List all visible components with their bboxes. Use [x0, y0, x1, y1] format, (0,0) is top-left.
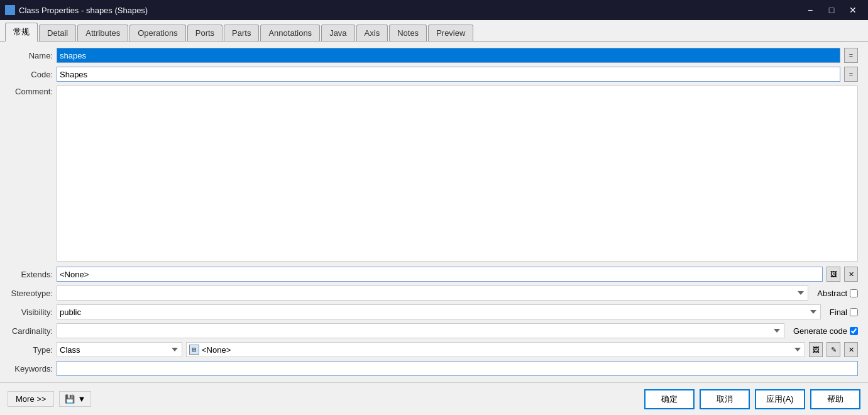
- save-icon: 💾: [65, 394, 75, 404]
- cardinality-label: Cardinality:: [10, 326, 53, 336]
- save-button[interactable]: 💾 ▼: [59, 391, 91, 407]
- tab-axis[interactable]: Axis: [356, 25, 388, 41]
- extends-row: Extends: 🖼 ✕: [10, 267, 858, 282]
- close-button[interactable]: ✕: [843, 0, 863, 20]
- generate-code-checkbox[interactable]: [850, 327, 858, 335]
- content-area: Name: = Code: = Comment: Extends: 🖼 ✕ St…: [0, 42, 868, 382]
- type-select[interactable]: Class Interface Abstract Class: [57, 342, 182, 357]
- more-button[interactable]: More >>: [8, 391, 54, 407]
- generate-code-checkbox-row: Generate code: [793, 326, 858, 336]
- type-btn3[interactable]: ✕: [844, 342, 858, 357]
- keywords-row: Keywords:: [10, 361, 858, 376]
- tabbar: 常规 Detail Attributes Operations Ports Pa…: [0, 20, 868, 42]
- cardinality-row: Cardinality: Generate code: [10, 323, 858, 338]
- right-options-generate: Generate code: [793, 326, 858, 336]
- apply-button[interactable]: 应用(A): [755, 389, 805, 409]
- dialog: 常规 Detail Attributes Operations Ports Pa…: [0, 20, 868, 415]
- extends-browse-button[interactable]: 🖼: [827, 267, 840, 282]
- titlebar-controls: − □ ✕: [800, 0, 863, 20]
- generate-code-label: Generate code: [793, 326, 847, 336]
- tab-notes[interactable]: Notes: [389, 25, 427, 41]
- stereotype-select[interactable]: [57, 285, 808, 301]
- name-expand-button[interactable]: =: [844, 48, 858, 63]
- cardinality-select[interactable]: [57, 323, 784, 338]
- keywords-input[interactable]: [57, 361, 858, 376]
- tab-ports[interactable]: Ports: [187, 25, 222, 41]
- save-dropdown-icon: ▼: [77, 394, 85, 404]
- app-icon: [5, 5, 15, 15]
- titlebar-left: Class Properties - shapes (Shapes): [5, 5, 148, 15]
- abstract-checkbox-row: Abstract: [817, 289, 858, 298]
- extends-clear-button[interactable]: ✕: [844, 267, 858, 282]
- tab-annotations[interactable]: Annotations: [260, 25, 320, 41]
- comment-textarea[interactable]: [57, 86, 858, 262]
- titlebar-title: Class Properties - shapes (Shapes): [19, 6, 148, 15]
- stereotype-label: Stereotype:: [10, 289, 53, 298]
- abstract-checkbox[interactable]: [850, 289, 858, 297]
- code-input[interactable]: [57, 67, 840, 82]
- name-label: Name:: [10, 51, 53, 60]
- bottombar: More >> 💾 ▼ 确定 取消 应用(A) 帮助: [0, 382, 868, 415]
- tab-preview[interactable]: Preview: [428, 25, 473, 41]
- minimize-button[interactable]: −: [800, 0, 820, 20]
- extends-label: Extends:: [10, 270, 53, 279]
- comment-row: Comment:: [10, 86, 858, 263]
- code-expand-button[interactable]: =: [844, 67, 858, 82]
- type-btn2[interactable]: ✎: [827, 342, 840, 357]
- comment-label: Comment:: [10, 86, 53, 96]
- abstract-label: Abstract: [817, 289, 847, 298]
- final-label: Final: [830, 307, 847, 317]
- help-button[interactable]: 帮助: [810, 389, 860, 409]
- right-options-final: Final: [830, 307, 858, 317]
- final-checkbox-row: Final: [830, 307, 858, 317]
- type-none-area: ⊞ <None>: [186, 342, 805, 357]
- type-label: Type:: [10, 345, 53, 355]
- type-none-select[interactable]: <None>: [202, 345, 802, 355]
- tab-detail[interactable]: Detail: [39, 25, 76, 41]
- type-btn1[interactable]: 🖼: [809, 342, 823, 357]
- titlebar: Class Properties - shapes (Shapes) − □ ✕: [0, 0, 868, 20]
- tab-parts[interactable]: Parts: [224, 25, 259, 41]
- name-row: Name: =: [10, 48, 858, 63]
- stereotype-row: Stereotype: Abstract: [10, 285, 858, 301]
- tab-general[interactable]: 常规: [5, 23, 38, 42]
- extends-input[interactable]: [57, 267, 823, 282]
- ok-button[interactable]: 确定: [644, 389, 695, 409]
- tab-java[interactable]: Java: [321, 25, 354, 41]
- visibility-row: Visibility: public protected private pac…: [10, 304, 858, 319]
- final-checkbox[interactable]: [850, 308, 858, 316]
- visibility-select[interactable]: public protected private package: [57, 304, 821, 319]
- cancel-button[interactable]: 取消: [700, 389, 750, 409]
- name-input[interactable]: [57, 48, 840, 63]
- tab-attributes[interactable]: Attributes: [77, 25, 128, 41]
- tab-operations[interactable]: Operations: [129, 25, 186, 41]
- code-row: Code: =: [10, 67, 858, 82]
- grid-icon: ⊞: [189, 345, 199, 355]
- maximize-button[interactable]: □: [821, 0, 842, 20]
- type-row: Type: Class Interface Abstract Class ⊞ <…: [10, 342, 858, 357]
- visibility-label: Visibility:: [10, 307, 53, 317]
- right-options-abstract: Abstract: [817, 289, 858, 298]
- keywords-label: Keywords:: [10, 364, 53, 374]
- code-label: Code:: [10, 70, 53, 79]
